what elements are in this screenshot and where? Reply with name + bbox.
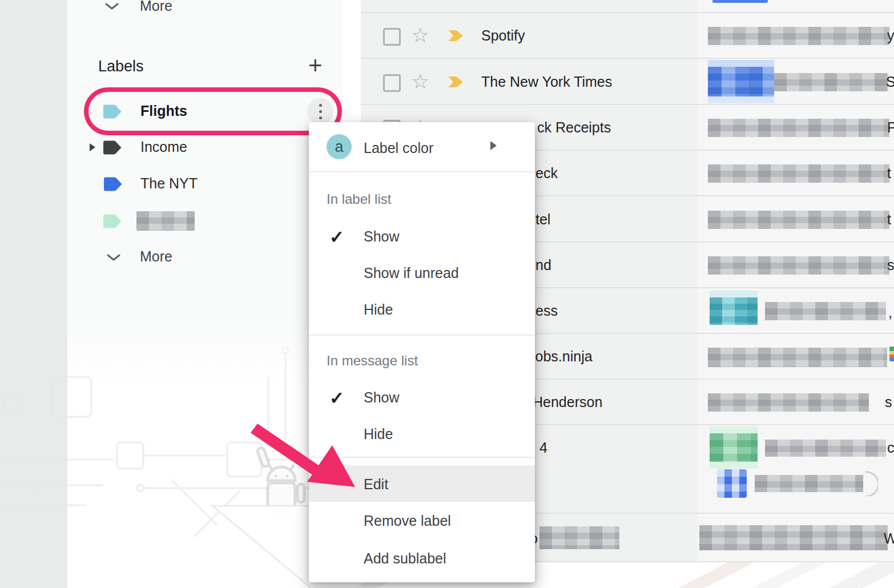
sender-name: eck [535,165,558,182]
menu-divider [309,171,535,172]
sidebar-content: More Labels + Flights Income The NYT Mor… [0,0,361,400]
chevron-down-icon [106,253,121,261]
select-checkbox[interactable] [383,28,401,46]
subject-tail: c [887,440,894,456]
label-tag-icon [103,176,123,192]
label-tag-icon [103,140,122,155]
label-name-the-nyt[interactable]: The NYT [140,175,198,192]
subject-tail: t [887,211,891,228]
subject-tail: s [885,394,892,410]
sender-name: nd [535,257,551,273]
check-icon: ✓ [329,389,344,407]
sender-name: Henderson [533,394,602,410]
subject-tail: W [884,530,894,547]
submenu-arrow-icon [490,141,497,150]
redacted-sender [539,526,619,549]
android-robot-watermark [257,447,304,518]
menu-item-label: Show if unread [364,265,459,281]
redacted-label-name [136,211,195,231]
sidebar-item-more-bottom[interactable]: More [140,248,172,265]
redacted-subject-accent [708,67,774,96]
redacted-subject [708,256,889,275]
subject-tail: y [887,27,894,44]
sender-name: Spotify [481,27,525,44]
redacted-subject [774,73,888,91]
menu-item-remove-label[interactable]: Remove label [309,503,535,537]
attachment-file-icon[interactable] [717,469,747,498]
menu-item-edit[interactable]: Edit [309,466,535,501]
redacted-subject [708,119,889,137]
star-icon[interactable]: ☆ [411,25,429,46]
redacted-attachment-name [755,475,863,492]
redacted-subject [708,164,889,183]
subject-tail: t [887,165,891,182]
redacted-subject [765,302,886,320]
redacted-subject [708,348,887,367]
chevron-down-icon [104,2,119,10]
check-icon: ✓ [329,228,344,246]
label-name-income[interactable]: Income [140,139,187,155]
redacted-subject [765,440,886,457]
label-name-flights[interactable]: Flights [140,103,187,119]
attachment-chip-border [865,471,878,496]
select-checkbox[interactable] [383,74,401,92]
menu-item-label: Hide [364,301,393,318]
menu-section-header: In message list [327,353,418,369]
menu-item-label: Hide [364,426,393,442]
menu-item-label: Show [364,228,400,245]
labels-heading: Labels [98,58,144,75]
subject-tail: P [887,119,894,136]
create-label-button[interactable]: + [308,54,323,78]
menu-item-show-label-list[interactable]: ✓ Show [309,226,535,260]
importance-marker-icon[interactable] [448,75,464,88]
sender-name: tel [535,211,550,228]
label-color-swatch: a [327,134,352,159]
menu-divider [309,457,535,458]
label-options-button[interactable] [307,98,333,124]
subject-tail: s [887,257,894,273]
redacted-subject [708,211,889,229]
menu-item-label-color[interactable]: a Label color [309,122,535,171]
redacted-subject-accent [710,433,758,462]
redacted-subject [699,525,888,550]
importance-marker-icon[interactable] [448,29,464,42]
menu-item-hide-message-list[interactable]: Hide [309,424,535,458]
sender-name: jobs.ninja [532,348,593,365]
sender-name: 4 [539,440,547,456]
menu-item-add-sublabel[interactable]: Add sublabel [309,541,535,575]
label-tag-icon [103,214,122,229]
label-context-menu: a Label color In label list ✓ Show Show … [309,122,535,582]
redacted-subject-accent [710,297,758,325]
menu-item-label: Show [364,389,400,406]
redacted-subject [708,393,869,412]
sidebar-item-more-top[interactable]: More [140,0,172,14]
redacted-toolbar-element [712,0,768,3]
menu-item-label: Add sublabel [364,550,446,567]
menu-item-label: Remove label [364,513,451,529]
subject-tail: S [886,74,894,90]
sender-name: The New York Times [481,74,612,90]
menu-item-label: Edit [364,476,388,493]
expand-arrow-icon[interactable] [90,143,95,151]
menu-section-header: In label list [327,191,391,207]
email-row[interactable]: ☆ The New York Times S [361,58,894,105]
star-icon[interactable]: ☆ [411,71,429,92]
label-tag-icon [103,104,122,119]
menu-item-hide-label-list[interactable]: Hide [309,299,535,333]
subject-tail: , [888,304,892,321]
menu-divider [309,335,535,336]
sender-name: ess [535,303,558,319]
sender-name: ck Receipts [537,119,611,136]
email-row[interactable]: ☆ Spotify y [361,12,894,59]
menu-item-label: Label color [364,140,433,156]
menu-item-show-if-unread[interactable]: Show if unread [309,263,535,297]
redacted-subject [708,27,889,45]
menu-item-show-message-list[interactable]: ✓ Show [309,387,535,421]
emoji-icon [889,347,894,361]
